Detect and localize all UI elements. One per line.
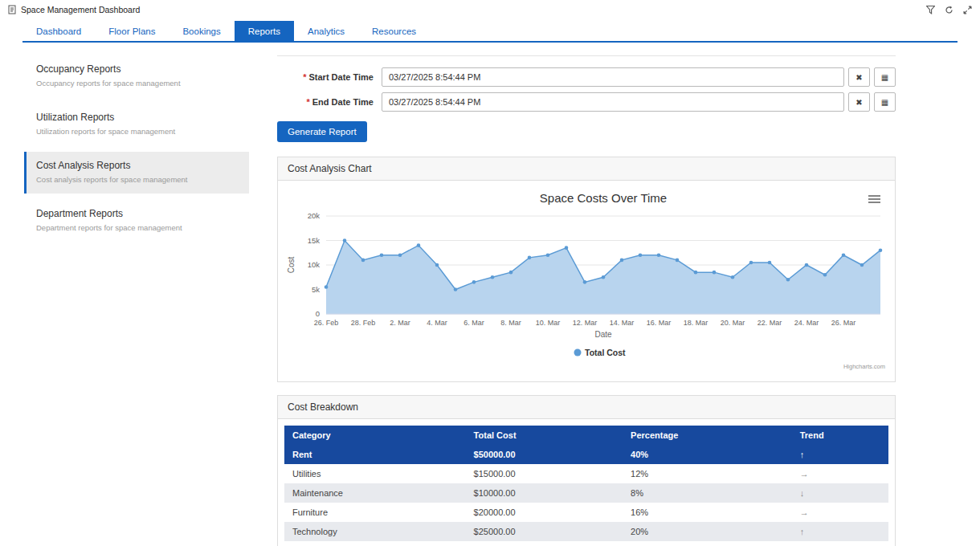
table-row-technology[interactable]: Technology$25000.0020%↑ xyxy=(284,522,888,541)
start-date-input[interactable] xyxy=(382,67,844,87)
chart-credits[interactable]: Highcharts.com xyxy=(843,363,885,370)
data-point-marker[interactable] xyxy=(731,275,735,279)
data-point-marker[interactable] xyxy=(528,256,532,260)
data-point-marker[interactable] xyxy=(805,263,809,267)
breakdown-panel-body: CategoryTotal CostPercentageTrend Rent$5… xyxy=(278,419,895,546)
sidebar-item-cost-analysis-reports[interactable]: Cost Analysis ReportsCost analysis repor… xyxy=(24,152,249,194)
svg-text:26. Mar: 26. Mar xyxy=(831,319,856,327)
sidebar-item-department-reports[interactable]: Department ReportsDepartment reports for… xyxy=(24,200,249,242)
expand-icon[interactable] xyxy=(963,6,972,14)
data-point-marker[interactable] xyxy=(620,259,624,263)
generate-report-button[interactable]: Generate Report xyxy=(277,121,367,142)
calendar-icon: ▦ xyxy=(881,73,888,82)
svg-text:18. Mar: 18. Mar xyxy=(684,319,708,327)
svg-text:6. Mar: 6. Mar xyxy=(463,319,484,327)
data-point-marker[interactable] xyxy=(325,285,329,289)
data-point-marker[interactable] xyxy=(676,259,680,263)
calendar-icon: ▦ xyxy=(881,98,888,107)
svg-text:20k: 20k xyxy=(308,211,321,220)
cell-category: Technology xyxy=(284,522,466,541)
data-point-marker[interactable] xyxy=(602,275,606,279)
table-row-utilities[interactable]: Utilities$15000.0012%→ xyxy=(284,464,888,483)
sidebar-item-title: Cost Analysis Reports xyxy=(36,160,239,171)
data-point-marker[interactable] xyxy=(657,254,661,258)
data-point-marker[interactable] xyxy=(768,261,772,265)
cell-category: Utilities xyxy=(284,464,466,483)
chart-menu-icon[interactable] xyxy=(868,196,880,202)
sidebar-item-title: Utilization Reports xyxy=(36,112,239,123)
data-point-marker[interactable] xyxy=(509,271,513,275)
sidebar-item-occupancy-reports[interactable]: Occupancy ReportsOccupancy reports for s… xyxy=(24,55,249,97)
clear-icon: ✖ xyxy=(855,98,862,107)
content: *Start Date Time ✖ ▦ *End Date Time ✖ ▦ … xyxy=(277,55,896,546)
data-point-marker[interactable] xyxy=(565,246,569,250)
tab-resources[interactable]: Resources xyxy=(358,21,430,41)
end-date-input[interactable] xyxy=(382,92,844,112)
table-row-maintenance[interactable]: Maintenance$10000.008%↓ xyxy=(284,483,888,503)
svg-text:10k: 10k xyxy=(308,260,321,269)
clear-icon: ✖ xyxy=(855,73,862,82)
data-point-marker[interactable] xyxy=(417,243,421,247)
svg-text:14. Mar: 14. Mar xyxy=(610,319,635,327)
data-point-marker[interactable] xyxy=(472,280,476,284)
data-point-marker[interactable] xyxy=(583,280,587,284)
tab-reports[interactable]: Reports xyxy=(235,21,294,41)
svg-text:4. Mar: 4. Mar xyxy=(427,319,447,327)
breakdown-panel-title: Cost Breakdown xyxy=(278,396,895,419)
data-point-marker[interactable] xyxy=(639,254,643,258)
data-point-marker[interactable] xyxy=(879,248,883,252)
cost-table-body: Rent$50000.0040%↑Utilities$15000.0012%→M… xyxy=(284,445,888,546)
data-point-marker[interactable] xyxy=(361,259,365,263)
filter-icon[interactable] xyxy=(926,6,935,14)
data-point-marker[interactable] xyxy=(713,271,717,275)
data-point-marker[interactable] xyxy=(454,287,458,291)
main-area: Occupancy ReportsOccupancy reports for s… xyxy=(0,43,980,546)
svg-text:20. Mar: 20. Mar xyxy=(721,319,745,327)
data-point-marker[interactable] xyxy=(823,273,827,277)
app-icon xyxy=(8,5,17,14)
sidebar-item-subtitle: Occupancy reports for space management xyxy=(36,79,239,88)
cell-total-cost: $15000.00 xyxy=(466,464,623,483)
data-point-marker[interactable] xyxy=(842,254,846,258)
data-point-marker[interactable] xyxy=(694,271,698,275)
cell-total-cost: $50000.00 xyxy=(466,445,623,464)
titlebar: Space Management Dashboard xyxy=(0,0,980,19)
tab-floor-plans[interactable]: Floor Plans xyxy=(95,21,169,41)
svg-text:28. Feb: 28. Feb xyxy=(351,319,376,327)
table-row-other[interactable]: Other$10000.004%→ xyxy=(284,541,888,546)
start-date-label: *Start Date Time xyxy=(277,72,374,82)
legend[interactable]: Total Cost xyxy=(574,348,627,357)
cell-total-cost: $10000.00 xyxy=(466,541,623,546)
start-date-clear-button[interactable]: ✖ xyxy=(848,67,870,87)
cell-trend: → xyxy=(792,464,888,483)
data-point-marker[interactable] xyxy=(435,263,439,267)
data-point-marker[interactable] xyxy=(546,254,550,258)
tab-bookings[interactable]: Bookings xyxy=(169,21,234,41)
cell-percentage: 20% xyxy=(623,522,792,541)
data-point-marker[interactable] xyxy=(380,254,384,258)
sidebar-item-utilization-reports[interactable]: Utilization ReportsUtilization reports f… xyxy=(24,104,249,145)
data-point-marker[interactable] xyxy=(398,254,402,258)
end-date-clear-button[interactable]: ✖ xyxy=(848,92,870,112)
data-point-marker[interactable] xyxy=(491,275,495,279)
data-point-marker[interactable] xyxy=(343,238,347,242)
svg-text:5k: 5k xyxy=(312,285,320,294)
start-date-calendar-button[interactable]: ▦ xyxy=(874,67,896,87)
refresh-icon[interactable] xyxy=(945,6,953,14)
cell-total-cost: $20000.00 xyxy=(466,503,623,522)
end-date-calendar-button[interactable]: ▦ xyxy=(874,92,896,112)
tab-dashboard[interactable]: Dashboard xyxy=(22,21,95,41)
data-point-marker[interactable] xyxy=(860,263,864,267)
table-row-rent[interactable]: Rent$50000.0040%↑ xyxy=(284,445,888,464)
table-row-furniture[interactable]: Furniture$20000.0016%→ xyxy=(284,503,888,522)
table-header-row: CategoryTotal CostPercentageTrend xyxy=(284,426,888,445)
svg-text:16. Mar: 16. Mar xyxy=(647,319,672,327)
tab-analytics[interactable]: Analytics xyxy=(294,21,358,41)
column-header-trend: Trend xyxy=(792,426,888,445)
data-point-marker[interactable] xyxy=(786,278,790,282)
data-point-marker[interactable] xyxy=(749,261,753,265)
svg-text:26. Feb: 26. Feb xyxy=(314,319,339,327)
start-date-row: *Start Date Time ✖ ▦ xyxy=(277,67,896,87)
nav-tabs: DashboardFloor PlansBookingsReportsAnaly… xyxy=(22,21,958,43)
svg-text:22. Mar: 22. Mar xyxy=(757,319,782,327)
